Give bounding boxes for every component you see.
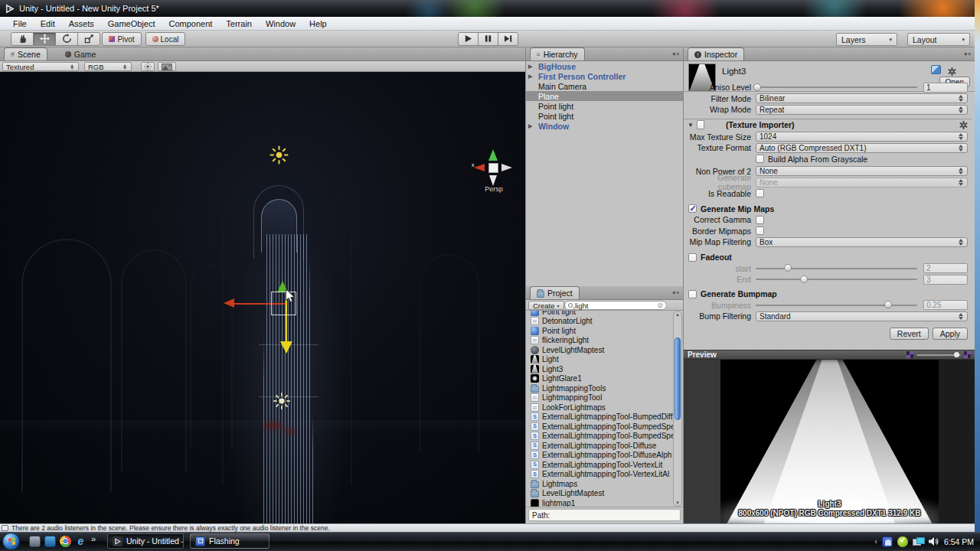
search-input[interactable]: light ⊘: [564, 301, 667, 310]
move-gizmo-x-handle[interactable]: [224, 298, 234, 308]
quicklaunch-ie-icon[interactable]: e: [75, 536, 87, 547]
revert-button[interactable]: Revert: [890, 328, 929, 340]
tray-antivirus-icon[interactable]: [897, 536, 908, 547]
project-item-lightmappingtools[interactable]: LightmappingTools: [526, 383, 673, 393]
slider-bumpiness[interactable]: [756, 305, 917, 306]
scene-lighting-toggle[interactable]: [141, 62, 155, 71]
move-gizmo-active-handle[interactable]: [280, 341, 292, 354]
value-field[interactable]: 1: [923, 83, 968, 93]
tab-scene[interactable]: # Scene: [4, 47, 47, 60]
move-tool-button[interactable]: [33, 32, 56, 46]
view-orientation-gizmo[interactable]: x Persp: [471, 147, 517, 196]
checkbox-build-alpha-from-grayscale[interactable]: [756, 155, 764, 163]
preview-alpha-icon[interactable]: [964, 351, 971, 358]
scroll-down-icon[interactable]: ▼: [675, 500, 680, 505]
dropdown-non-power-of-2[interactable]: None: [756, 166, 968, 176]
scroll-up-icon[interactable]: ▲: [675, 312, 680, 317]
tab-hierarchy[interactable]: ≡ Hierarchy: [530, 47, 585, 60]
pause-button[interactable]: [478, 32, 498, 46]
project-item-externallightmappingtool-diffuse[interactable]: ExternalLightmappingTool-Diffuse: [526, 441, 673, 451]
menu-edit[interactable]: Edit: [34, 19, 62, 28]
dropdown-wrap-mode[interactable]: Repeat: [756, 105, 968, 115]
gizmo-y-cone[interactable]: [488, 149, 498, 161]
project-item-externallightmappingtool-diffusealph[interactable]: ExternalLightmappingTool-DiffuseAlph: [526, 451, 673, 461]
value-field[interactable]: 3: [923, 275, 968, 285]
dropdown-texture-format[interactable]: Auto (RGB Compressed DXT1): [756, 143, 968, 153]
project-item-point-light[interactable]: Point light: [526, 311, 673, 317]
draw-mode-dropdown[interactable]: Textured: [2, 62, 79, 71]
status-bar[interactable]: There are 2 audio listeners in the scene…: [0, 523, 975, 532]
hierarchy-item-plane[interactable]: Plane: [526, 91, 683, 101]
quicklaunch-overflow-chevron[interactable]: »: [91, 534, 96, 543]
create-button[interactable]: Create ▾: [528, 301, 564, 310]
checkbox-generate-bumpmap[interactable]: [688, 290, 697, 298]
preview-texture-icon[interactable]: [906, 351, 913, 358]
panel-menu-icon[interactable]: ▾≡: [672, 51, 680, 57]
menu-window[interactable]: Window: [259, 19, 302, 28]
value-field[interactable]: 0.25: [923, 300, 968, 310]
project-scrollbar-thumb[interactable]: [675, 337, 681, 420]
foldout-arrow-icon[interactable]: ▶: [528, 64, 532, 70]
network-icon[interactable]: [913, 537, 924, 546]
gear-icon[interactable]: [959, 121, 968, 129]
project-item-lightglare1[interactable]: LightGlare1: [526, 374, 673, 384]
project-item-detonatorlight[interactable]: DetonatorLight: [526, 317, 673, 327]
search-clear-icon[interactable]: ⊘: [657, 302, 663, 309]
tray-app-icon[interactable]: [882, 536, 893, 547]
project-item-levellightmaptest[interactable]: LevelLightMaptest: [526, 345, 673, 355]
tab-game[interactable]: Game: [58, 47, 103, 60]
hierarchy-item-first-person-controller[interactable]: ▶First Person Controller: [526, 71, 683, 81]
project-item-light[interactable]: Light: [526, 355, 673, 365]
gizmo-x-cone[interactable]: [474, 164, 485, 171]
tray-expand-chevron[interactable]: ‹: [875, 537, 877, 546]
quicklaunch-icon-2[interactable]: [44, 536, 56, 547]
foldout-arrow-icon[interactable]: ▶: [528, 123, 532, 129]
tab-project[interactable]: Project: [530, 286, 580, 299]
checkbox-generate-mip-maps[interactable]: [688, 204, 697, 213]
hierarchy-item-main-camera[interactable]: Main Camera: [526, 81, 683, 91]
tower-wireframe-mesh[interactable]: [260, 234, 315, 523]
project-item-externallightmappingtool-vertexlit[interactable]: ExternalLightmappingTool-VertexLit: [526, 460, 673, 470]
help-book-icon[interactable]: [931, 65, 941, 74]
menu-gameobject[interactable]: GameObject: [101, 19, 162, 28]
slider-start[interactable]: [756, 268, 917, 269]
play-button[interactable]: [458, 32, 479, 46]
slider-aniso-level[interactable]: [756, 86, 917, 88]
hierarchy-item-bighouse[interactable]: ▶BigHouse: [526, 61, 683, 71]
tab-inspector[interactable]: ! Inspector: [688, 47, 744, 60]
checkbox-is-readable[interactable]: [756, 189, 764, 197]
gizmo-down-cone[interactable]: [489, 175, 497, 186]
taskbar-task-unity-untitled-ne[interactable]: Unity - Untitled - Ne...: [107, 533, 184, 549]
slider-handle[interactable]: [884, 301, 892, 308]
scene-viewport[interactable]: x Persp: [0, 72, 525, 523]
checkbox-border-mipmaps[interactable]: [756, 227, 764, 235]
hierarchy-item-point-light[interactable]: Point light: [526, 101, 683, 111]
foldout-arrow-icon[interactable]: ▶: [528, 73, 532, 80]
project-item-externallightmappingtool-bumpeddiff[interactable]: ExternalLightmappingTool-BumpedDiff: [526, 412, 673, 422]
checkbox-correct-gamma[interactable]: [756, 216, 764, 224]
project-item-lightmappingtool[interactable]: LightmappingTool: [526, 393, 673, 403]
dropdown-filter-mode[interactable]: Bilinear: [756, 93, 968, 103]
panel-menu-icon[interactable]: ▾≡: [672, 290, 680, 296]
local-toggle-button[interactable]: Local: [145, 32, 185, 46]
hierarchy-item-point-light[interactable]: Point light: [526, 111, 683, 121]
layers-dropdown[interactable]: Layers▾: [836, 33, 897, 46]
project-item-levellightmaptest[interactable]: LevelLightMaptest: [526, 489, 673, 499]
gizmo-z-cone[interactable]: [501, 164, 512, 171]
preview-header[interactable]: Preview: [684, 350, 975, 360]
light-gizmo-sun-icon[interactable]: [272, 391, 292, 414]
slider-end[interactable]: [756, 279, 917, 280]
slider-handle[interactable]: [800, 276, 808, 283]
apply-button[interactable]: Apply: [933, 328, 968, 340]
menu-component[interactable]: Component: [162, 19, 219, 28]
menu-file[interactable]: File: [6, 19, 34, 28]
start-button[interactable]: [2, 533, 20, 550]
light-gizmo-sun-icon[interactable]: [269, 145, 289, 168]
taskbar-task-flashing[interactable]: Flashing: [190, 533, 270, 549]
slider-handle[interactable]: [784, 264, 792, 272]
project-item-flickeringlight[interactable]: flickeringLight: [526, 336, 673, 346]
pivot-toggle-button[interactable]: Pivot: [102, 32, 142, 46]
project-scrollbar[interactable]: ▲ ▼: [673, 311, 682, 507]
dropdown-mip-map-filtering[interactable]: Box: [756, 237, 968, 247]
hierarchy-item-window[interactable]: ▶Window: [526, 121, 683, 131]
